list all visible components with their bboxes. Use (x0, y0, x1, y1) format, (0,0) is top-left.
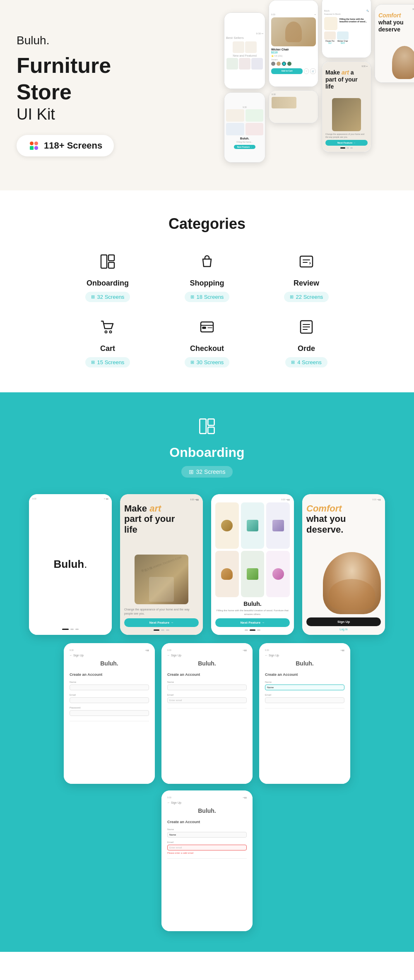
checkout-icon (199, 319, 215, 339)
svg-rect-17 (208, 419, 214, 425)
screen-card-grid: 9:30 ••▮▮ (211, 494, 294, 635)
monitor-icon-3: ⊞ (290, 294, 294, 300)
layout-icon (99, 253, 116, 273)
category-order: Orde ⊞ 4 Screens (261, 319, 352, 368)
screen-signup-1: 9:30••▮▮ ← Sign Up Buluh. Create an Acco… (64, 643, 155, 784)
svg-rect-6 (34, 146, 38, 150)
onboarding-section-icon (198, 417, 216, 439)
categories-grid: Onboarding ⊞ 32 Screens Shopping ⊞ 18 Sc… (62, 253, 352, 368)
category-cart: Cart ⊞ 15 Screens (62, 319, 153, 368)
category-review-label: Review (294, 279, 319, 288)
figma-icon (28, 140, 40, 151)
monitor-icon-4: ⊞ (91, 360, 95, 365)
phone-mock-hero-makeart: 9:30 •• Make art apart of yourlife Chang… (322, 61, 371, 152)
hero-subtitle: UI Kit (17, 106, 114, 123)
category-onboarding: Onboarding ⊞ 32 Screens (62, 253, 153, 302)
monitor-icon-ob: ⊞ (189, 468, 194, 475)
svg-rect-0 (30, 142, 34, 145)
monitor-icon-2: ⊞ (190, 294, 194, 300)
screen-signup-2: 9:30••▮▮ ← Sign Up Buluh. Create an Acco… (161, 643, 253, 784)
phone-mock-hero-featured: Buluh.🔍 Featured In Buluh Filling the ho… (322, 0, 371, 58)
svg-rect-8 (108, 255, 114, 261)
category-order-screens[interactable]: ⊞ 4 Screens (285, 357, 327, 368)
hero-text: Buluh. Furniture Store UI Kit 118+ Scree… (17, 34, 114, 156)
phone-mock-hero-small: 9:30 (269, 90, 318, 123)
phone-mock-hero-comfort: 9:30 •• Comfortwhat youdeserve (375, 4, 414, 83)
svg-rect-10 (300, 256, 313, 267)
onboarding-screens-row2: 9:30••▮▮ ← Sign Up Buluh. Create an Acco… (17, 643, 397, 931)
category-cart-label: Cart (100, 344, 115, 353)
onboarding-section-title: Onboarding (169, 445, 244, 460)
hero-title-line1: Furniture (17, 54, 114, 77)
screen-signup-3: 9:30••▮▮ ← Sign Up Buluh. Create an Acco… (259, 643, 350, 784)
category-shopping-screens[interactable]: ⊞ 18 Screens (185, 292, 230, 302)
category-review-screens[interactable]: ⊞ 22 Screens (284, 292, 329, 302)
phone-mock-hero-wicker: 9:30•• Wicker Chair $110 ⭐ 4.8 (231) Var… (269, 0, 318, 87)
screen-card-makeart: 9:30 ••▮▮ Make artpart of yourlife Chang… (120, 494, 203, 635)
category-shopping: Shopping ⊞ 18 Screens (161, 253, 253, 302)
categories-section: Categories Onboarding ⊞ 32 Screens (0, 190, 414, 392)
svg-rect-5 (30, 146, 34, 150)
category-checkout-screens[interactable]: ⊞ 30 Screens (185, 357, 230, 368)
review-icon (298, 253, 315, 273)
category-order-label: Orde (298, 344, 315, 353)
onboarding-screens-badge: ⊞ 32 Screens (181, 466, 233, 478)
screen-card-buluh: 9:30•• ▮▮ Buluh. (29, 494, 112, 635)
shopping-bag-icon (199, 253, 215, 273)
monitor-icon-6: ⊞ (291, 360, 295, 365)
category-review: Review ⊞ 22 Screens (261, 253, 352, 302)
screen-card-comfort: 9:30 ••▮▮ Comfortwhat youdeserve. Sign U… (302, 494, 385, 635)
category-shopping-label: Shopping (190, 279, 224, 288)
categories-title: Categories (17, 215, 397, 233)
category-cart-screens[interactable]: ⊞ 15 Screens (85, 357, 130, 368)
category-checkout-label: Checkout (190, 344, 224, 353)
screens-badge: 118+ Screens (17, 135, 114, 156)
category-onboarding-screens[interactable]: ⊞ 32 Screens (85, 292, 130, 302)
cart-icon (99, 319, 116, 339)
screens-count: 118+ Screens (44, 140, 102, 151)
phone-mock-hero-2: 9:30 Buluh. Filling the home... Next Fea… (224, 92, 265, 163)
hero-brand: Buluh. (17, 34, 114, 47)
category-onboarding-label: Onboarding (87, 279, 129, 288)
hero-title-line2: Store (17, 80, 114, 104)
order-icon (298, 319, 315, 339)
svg-rect-1 (34, 142, 38, 145)
svg-point-12 (110, 331, 112, 333)
monitor-icon-5: ⊞ (190, 360, 194, 365)
svg-rect-16 (200, 419, 206, 433)
onboarding-screens-row1: 9:30•• ▮▮ Buluh. 9:30 ••▮▮ Make artpart … (17, 494, 397, 635)
svg-rect-18 (208, 427, 214, 433)
category-checkout: Checkout ⊞ 30 Screens (161, 319, 253, 368)
phone-mock-hero-1: 9:30 •• Best Sellers New and Featured (224, 12, 265, 89)
svg-point-11 (105, 331, 107, 333)
error-message: Please enter a valid email (167, 852, 193, 854)
svg-rect-14 (202, 327, 206, 329)
svg-rect-7 (101, 255, 107, 268)
hero-section: Buluh. Furniture Store UI Kit 118+ Scree… (0, 0, 414, 190)
onboarding-section: Onboarding ⊞ 32 Screens 9:30•• ▮▮ Buluh. (0, 392, 414, 952)
monitor-icon: ⊞ (91, 294, 95, 300)
hero-phone-screens: 9:30 •• Best Sellers New and Featured (224, 0, 414, 190)
screen-signup-4: 9:30••▮▮ ← Sign Up Buluh. Create an Acco… (161, 790, 253, 931)
svg-rect-9 (108, 262, 114, 268)
